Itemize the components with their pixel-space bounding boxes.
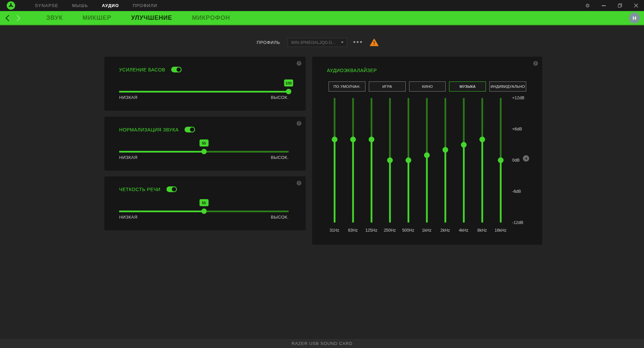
db-label-zero: 0dB: [512, 158, 519, 163]
user-avatar[interactable]: H: [629, 12, 640, 23]
db-label-plus6: +6dB: [512, 127, 522, 131]
eq-thumb[interactable]: [479, 137, 485, 142]
menu-item-audio[interactable]: АУДИО: [102, 3, 119, 8]
eq-thumb[interactable]: [405, 158, 411, 163]
profile-dropdown[interactable]: WIN-3PMEI3ALJQG-D...: [288, 38, 347, 47]
eq-thumb[interactable]: [332, 137, 337, 142]
restore-button[interactable]: [612, 0, 628, 11]
help-icon[interactable]: ?: [297, 181, 301, 185]
section-nav-bar: ЗВУК МИКШЕР УЛУЧШЕНИЕ МИКРОФОН H: [0, 11, 644, 25]
card-header: НОРМАЛИЗАЦИЯ ЗВУКА: [104, 117, 306, 132]
eq-thumb[interactable]: [387, 158, 393, 163]
eq-thumb[interactable]: [424, 152, 430, 158]
eq-track-fill: [389, 160, 391, 223]
back-button[interactable]: [3, 14, 11, 22]
bass-boost-slider: 100 НИЗКАЯ ВЫСОК.: [119, 79, 289, 103]
eq-track[interactable]: [426, 98, 428, 223]
eq-preset-custom[interactable]: ИНДИВИДУАЛЬНО: [489, 81, 526, 92]
warning-icon[interactable]: [370, 39, 379, 48]
card-title: ЧЕТКОСТЬ РЕЧИ: [119, 187, 160, 192]
voice-clarity-toggle[interactable]: [166, 186, 177, 192]
toggle-knob: [176, 67, 182, 72]
slider-min-label: НИЗКАЯ: [119, 155, 138, 160]
eq-track[interactable]: [370, 98, 372, 223]
eq-band-label: 1kHz: [417, 228, 436, 233]
eq-track-fill: [500, 160, 501, 223]
tab-mixer[interactable]: МИКШЕР: [83, 14, 111, 21]
profile-label: ПРОФИЛЬ: [257, 40, 280, 45]
titlebar: SYNAPSE МЫШЬ АУДИО ПРОФИЛИ ⚙: [0, 0, 644, 11]
eq-track[interactable]: [352, 98, 354, 223]
help-icon[interactable]: ?: [533, 61, 538, 66]
slider-fill: [119, 211, 204, 212]
help-icon[interactable]: ?: [297, 61, 301, 66]
eq-band-4khz: 4kHz: [454, 98, 473, 223]
card-title: УСИЛЕНИЕ БАСОВ: [119, 67, 165, 72]
eq-thumb[interactable]: [368, 137, 374, 142]
slider-value-badge: 100: [284, 79, 293, 86]
eq-collapse-button[interactable]: [523, 155, 529, 162]
eq-thumb[interactable]: [498, 158, 503, 163]
eq-track-fill: [426, 155, 428, 223]
menu-item-synapse[interactable]: SYNAPSE: [35, 3, 58, 8]
eq-band-125hz: 125Hz: [362, 98, 381, 223]
slider-fill: [119, 151, 204, 153]
eq-track-fill: [444, 150, 446, 223]
slider-max-label: ВЫСОК.: [271, 155, 289, 160]
slider-min-label: НИЗКАЯ: [119, 215, 138, 220]
slider-max-label: ВЫСОК.: [271, 215, 289, 220]
tab-sound[interactable]: ЗВУК: [46, 14, 63, 21]
eq-track[interactable]: [463, 98, 464, 223]
statusbar: RAZER USB SOUND CARD: [0, 339, 644, 348]
tab-microphone[interactable]: МИКРОФОН: [192, 14, 230, 21]
toggle-knob: [171, 186, 177, 192]
menu-item-profiles[interactable]: ПРОФИЛИ: [133, 3, 157, 8]
slider-track[interactable]: [119, 91, 289, 93]
slider-thumb[interactable]: [201, 209, 207, 214]
eq-track[interactable]: [444, 98, 446, 223]
eq-band-500hz: 500Hz: [399, 98, 417, 223]
card-header: УСИЛЕНИЕ БАСОВ: [104, 57, 306, 72]
tab-enhancement[interactable]: УЛУЧШЕНИЕ: [131, 14, 172, 21]
razer-logo-icon[interactable]: [7, 1, 15, 10]
eq-preset-default[interactable]: ПО УМОЛЧАН.: [329, 81, 365, 92]
forward-button[interactable]: [14, 14, 23, 22]
menu-item-mouse[interactable]: МЫШЬ: [72, 3, 88, 8]
eq-preset-movie[interactable]: КИНО: [409, 81, 446, 92]
eq-track[interactable]: [481, 98, 483, 223]
sound-normalization-slider: 55 НИЗКАЯ ВЫСОК.: [119, 139, 289, 163]
close-icon: [634, 3, 638, 8]
help-icon[interactable]: ?: [297, 121, 301, 126]
eq-preset-music[interactable]: МУЗЫКА: [449, 81, 486, 92]
slider-thumb[interactable]: [201, 149, 207, 154]
audio-equalizer-card: ? АУДИОЭКВАЛАЙЗЕР ПО УМОЛЧАН. ИГРА КИНО …: [312, 57, 542, 245]
eq-preset-game[interactable]: ИГРА: [369, 81, 406, 92]
bass-boost-card: ? УСИЛЕНИЕ БАСОВ 100 НИЗКАЯ ВЫСОК.: [104, 57, 306, 111]
eq-thumb[interactable]: [350, 137, 356, 142]
slider-labels: НИЗКАЯ ВЫСОК.: [119, 215, 289, 220]
chevron-right-icon: [16, 15, 21, 21]
eq-presets: ПО УМОЛЧАН. ИГРА КИНО МУЗЫКА ИНДИВИДУАЛЬ…: [329, 81, 526, 92]
sound-normalization-toggle[interactable]: [185, 127, 195, 132]
bass-boost-toggle[interactable]: [171, 67, 182, 72]
eq-track[interactable]: [334, 98, 335, 223]
audio-tabs: ЗВУК МИКШЕР УЛУЧШЕНИЕ МИКРОФОН: [46, 14, 230, 21]
db-label-plus12: +12dB: [512, 96, 525, 100]
eq-track-fill: [481, 139, 483, 223]
minimize-icon: [602, 5, 606, 6]
settings-button[interactable]: ⚙: [580, 0, 596, 11]
eq-band-label: 500Hz: [399, 228, 417, 233]
restore-icon: [618, 3, 622, 8]
eq-band-label: 16kHz: [491, 228, 510, 233]
slider-labels: НИЗКАЯ ВЫСОК.: [119, 155, 289, 160]
eq-band-63hz: 63Hz: [344, 98, 362, 223]
more-options-button[interactable]: ●●●: [353, 39, 363, 44]
db-label-minus12: -12dB: [512, 220, 523, 225]
eq-thumb[interactable]: [442, 147, 448, 153]
close-button[interactable]: [628, 0, 644, 11]
minimize-button[interactable]: [596, 0, 612, 11]
slider-thumb[interactable]: [286, 89, 291, 94]
slider-max-label: ВЫСОК.: [271, 95, 289, 100]
slider-min-label: НИЗКАЯ: [119, 95, 138, 100]
eq-thumb[interactable]: [461, 142, 466, 148]
